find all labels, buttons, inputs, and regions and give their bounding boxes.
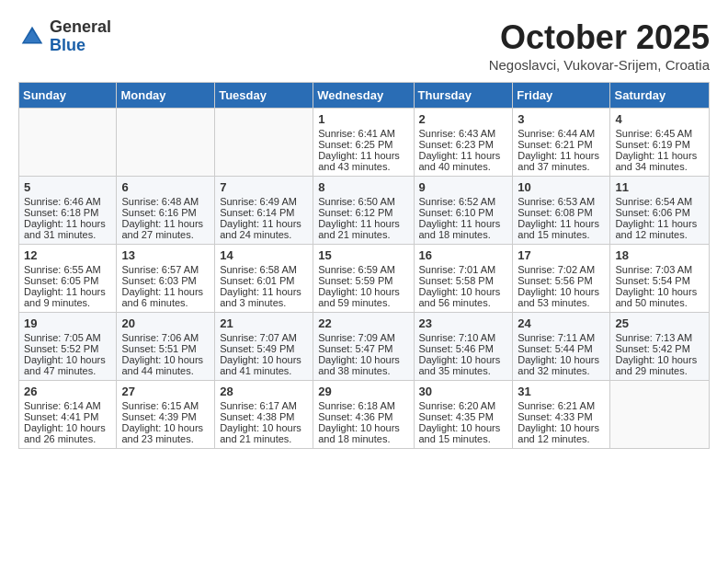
day-info: and 59 minutes. [318,297,408,308]
day-info: Daylight: 10 hours [419,354,508,365]
day-number: 27 [121,385,210,398]
calendar-cell-w4-d1: 19Sunrise: 7:05 AMSunset: 5:52 PMDayligh… [19,313,117,381]
day-info: Sunrise: 6:48 AM [121,196,210,207]
day-info: Sunrise: 7:09 AM [318,332,408,343]
day-info: and 24 minutes. [220,229,308,240]
calendar-cell-w1-d1 [19,109,117,177]
calendar-cell-w4-d4: 22Sunrise: 7:09 AMSunset: 5:47 PMDayligh… [313,313,414,381]
day-info: Sunrise: 6:43 AM [419,128,508,139]
day-info: Daylight: 10 hours [220,422,308,433]
day-info: and 18 minutes. [419,229,508,240]
col-tuesday: Tuesday [215,83,313,109]
day-info: Sunrise: 6:44 AM [518,128,605,139]
day-info: Daylight: 10 hours [318,422,408,433]
day-number: 14 [220,248,308,262]
col-monday: Monday [117,83,215,109]
day-info: Sunrise: 6:41 AM [318,128,408,139]
day-info: Sunrise: 6:18 AM [318,400,408,411]
day-number: 22 [318,316,408,330]
page-header: General Blue October 2025 Negoslavci, Vu… [18,18,710,73]
day-number: 31 [518,385,605,398]
day-info: and 35 minutes. [419,365,508,376]
day-info: Daylight: 10 hours [121,422,210,433]
day-info: Sunset: 4:38 PM [220,411,308,422]
calendar-cell-w3-d3: 14Sunrise: 6:58 AMSunset: 6:01 PMDayligh… [215,245,313,313]
day-info: and 12 minutes. [615,229,704,240]
day-info: and 44 minutes. [121,365,210,376]
col-sunday: Sunday [19,83,117,109]
day-number: 21 [220,316,308,330]
logo-general-text: General [50,18,111,37]
day-info: Sunset: 4:41 PM [24,411,111,422]
calendar-cell-w5-d1: 26Sunrise: 6:14 AMSunset: 4:41 PMDayligh… [19,381,117,449]
day-info: Daylight: 10 hours [121,354,210,365]
day-info: and 9 minutes. [24,297,111,308]
calendar-cell-w1-d2 [117,109,215,177]
day-info: Daylight: 10 hours [318,354,408,365]
calendar-cell-w5-d4: 29Sunrise: 6:18 AMSunset: 4:36 PMDayligh… [313,381,414,449]
day-number: 23 [419,316,508,330]
day-info: Sunrise: 7:02 AM [518,264,605,275]
month-title: October 2025 [489,18,710,57]
day-info: Sunset: 6:19 PM [615,139,704,150]
calendar-cell-w5-d3: 28Sunrise: 6:17 AMSunset: 4:38 PMDayligh… [215,381,313,449]
day-info: Daylight: 11 hours [318,150,408,161]
logo-blue-text: Blue [50,37,111,55]
day-info: Sunrise: 6:45 AM [615,128,704,139]
day-info: Sunset: 4:36 PM [318,411,408,422]
day-info: Sunrise: 7:01 AM [419,264,508,275]
day-info: Daylight: 10 hours [220,354,308,365]
calendar-header-row: Sunday Monday Tuesday Wednesday Thursday… [19,83,710,109]
day-info: Sunset: 6:23 PM [419,139,508,150]
col-friday: Friday [513,83,610,109]
day-info: Sunrise: 6:15 AM [121,400,210,411]
day-info: Sunset: 6:10 PM [419,207,508,218]
day-info: and 18 minutes. [318,433,408,444]
day-number: 9 [419,180,508,194]
day-info: and 41 minutes. [220,365,308,376]
day-info: Sunset: 5:54 PM [615,275,704,286]
day-info: Daylight: 11 hours [220,286,308,297]
calendar-week-2: 5Sunrise: 6:46 AMSunset: 6:18 PMDaylight… [19,177,710,245]
day-info: and 37 minutes. [518,161,605,172]
day-info: Sunset: 5:52 PM [24,343,111,354]
calendar-cell-w3-d1: 12Sunrise: 6:55 AMSunset: 6:05 PMDayligh… [19,245,117,313]
day-info: Sunset: 5:51 PM [121,343,210,354]
day-number: 3 [518,112,605,126]
day-info: and 40 minutes. [419,161,508,172]
day-info: Sunrise: 6:58 AM [220,264,308,275]
day-info: Sunset: 5:49 PM [220,343,308,354]
calendar-cell-w2-d7: 11Sunrise: 6:54 AMSunset: 6:06 PMDayligh… [610,177,710,245]
day-info: Sunset: 5:58 PM [419,275,508,286]
day-info: Daylight: 11 hours [220,218,308,229]
day-info: Sunrise: 7:07 AM [220,332,308,343]
calendar-cell-w2-d2: 6Sunrise: 6:48 AMSunset: 6:16 PMDaylight… [117,177,215,245]
day-info: Daylight: 11 hours [615,150,704,161]
calendar-cell-w2-d5: 9Sunrise: 6:52 AMSunset: 6:10 PMDaylight… [414,177,513,245]
day-info: Sunset: 5:44 PM [518,343,605,354]
day-number: 25 [615,316,704,330]
day-info: Sunrise: 7:05 AM [24,332,111,343]
day-number: 17 [518,248,605,262]
calendar-cell-w2-d4: 8Sunrise: 6:50 AMSunset: 6:12 PMDaylight… [313,177,414,245]
day-info: Daylight: 10 hours [318,286,408,297]
day-info: Daylight: 11 hours [615,218,704,229]
day-info: Sunset: 6:12 PM [318,207,408,218]
day-info: Sunrise: 7:03 AM [615,264,704,275]
day-number: 30 [419,385,508,398]
day-info: Daylight: 10 hours [518,354,605,365]
calendar-week-3: 12Sunrise: 6:55 AMSunset: 6:05 PMDayligh… [19,245,710,313]
calendar-cell-w2-d3: 7Sunrise: 6:49 AMSunset: 6:14 PMDaylight… [215,177,313,245]
calendar-cell-w3-d5: 16Sunrise: 7:01 AMSunset: 5:58 PMDayligh… [414,245,513,313]
day-info: Sunset: 6:14 PM [220,207,308,218]
col-thursday: Thursday [414,83,513,109]
day-info: and 6 minutes. [121,297,210,308]
day-info: Sunset: 6:16 PM [121,207,210,218]
day-info: and 21 minutes. [318,229,408,240]
day-info: Daylight: 10 hours [615,354,704,365]
day-info: Sunrise: 7:06 AM [121,332,210,343]
calendar-cell-w4-d3: 21Sunrise: 7:07 AMSunset: 5:49 PMDayligh… [215,313,313,381]
day-info: Sunset: 5:46 PM [419,343,508,354]
day-info: and 47 minutes. [24,365,111,376]
calendar-table: Sunday Monday Tuesday Wednesday Thursday… [18,82,710,449]
